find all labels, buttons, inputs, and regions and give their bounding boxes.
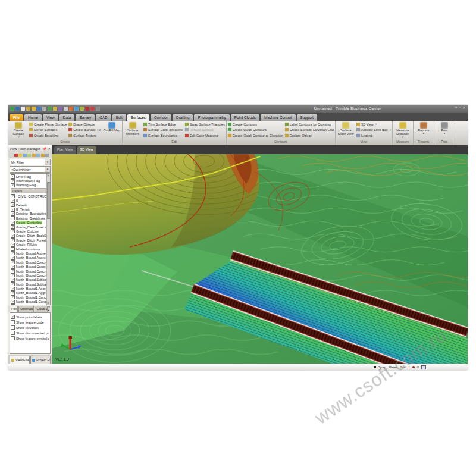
layer-row[interactable]: Grade_ClearZoneLine [11, 225, 46, 229]
qat-icon[interactable] [53, 107, 57, 111]
checkbox[interactable] [11, 282, 15, 286]
terrain-3d-view[interactable]: VE: 1.9 [52, 154, 468, 364]
layer-row[interactable]: labeled contours [11, 247, 46, 251]
view-tab[interactable]: Plan View [54, 146, 76, 154]
ribbon-item[interactable]: Drape Objects [68, 123, 101, 126]
checkbox[interactable] [11, 174, 15, 178]
qat-icon[interactable] [21, 107, 25, 111]
panel-bottom-tab[interactable]: View Filter Ma... [10, 356, 30, 364]
checkbox[interactable] [11, 320, 15, 324]
ribbon-item[interactable]: Surface Boundaries [143, 134, 183, 137]
surface-slicer-view-button[interactable]: Surface Slicer View [337, 121, 355, 139]
panel-toolbar-icon[interactable] [18, 154, 22, 157]
checkbox[interactable] [11, 278, 15, 282]
ribbon-item[interactable]: Edit Color Mapping [185, 134, 225, 137]
layer-row[interactable]: Existing_Boundaries [11, 212, 46, 216]
panel-toolbar-icon[interactable] [41, 154, 45, 157]
ribbon-item[interactable]: Create Planar Surface [29, 123, 67, 126]
layer-row[interactable]: North_Bound.Concrete_T [11, 273, 46, 277]
checkbox[interactable] [11, 273, 15, 277]
ribbon-item[interactable]: Rebuild Surface [185, 128, 225, 131]
checkbox[interactable] [11, 243, 15, 247]
3d-scene[interactable]: VE: 1.9 [52, 154, 468, 364]
checkbox[interactable] [11, 287, 15, 291]
checkbox[interactable] [11, 269, 15, 273]
qat-icon[interactable] [69, 107, 73, 111]
ribbon-item[interactable]: Create Quick Contours [228, 128, 283, 131]
layer-row[interactable]: North_Bound.Concrete_T [11, 269, 46, 273]
qat-icon[interactable] [80, 107, 84, 111]
qat-icon[interactable] [58, 107, 62, 111]
ribbon-item[interactable]: Create Quick Contour at Elevation [228, 134, 283, 137]
checkbox[interactable] [11, 203, 15, 207]
qat-icon[interactable] [90, 107, 95, 111]
checkbox[interactable] [11, 229, 15, 233]
layer-row[interactable]: North_Bound.Concrete_B [11, 260, 46, 264]
checkbox[interactable] [11, 208, 15, 212]
layer-row[interactable]: Grade_Ditch_Foreslope [11, 238, 46, 242]
pin-icon[interactable]: 📌 [43, 147, 47, 151]
tree-scrollbar[interactable]: ▲ ▼ [46, 174, 50, 305]
option-row[interactable]: Show feature code [11, 320, 49, 325]
checkbox[interactable] [11, 238, 15, 242]
ribbon-item[interactable]: 3D View [356, 123, 391, 126]
ribbon-tab[interactable]: Edit [112, 114, 126, 121]
checkbox[interactable] [11, 304, 15, 305]
layer-row[interactable]: Geom_Centerline [11, 221, 46, 225]
qat-icon[interactable] [37, 107, 41, 111]
data-type-tab[interactable]: GNSS Da [35, 306, 47, 312]
checkbox[interactable] [11, 183, 15, 187]
option-row[interactable]: Show elevation [11, 325, 49, 330]
ribbon-item[interactable]: Surface Edge Breakline [143, 128, 183, 131]
panel-toolbar-icon[interactable] [36, 154, 40, 157]
ribbon-item[interactable]: Create Surface Tie [68, 128, 101, 131]
checkbox[interactable] [11, 212, 15, 216]
ribbon-tab[interactable]: Machine Control [261, 114, 296, 121]
panel-toolbar-icon[interactable] [45, 154, 49, 157]
qat-icon[interactable] [15, 107, 20, 111]
reports-button[interactable]: Reports ▾ [415, 121, 433, 139]
flag-row[interactable]: Information Flag [11, 178, 46, 183]
ribbon-tab[interactable]: View [43, 114, 58, 121]
ribbon-tab[interactable]: Survey [76, 114, 95, 121]
ribbon-item[interactable]: Surface Texture [68, 134, 101, 137]
qat-icon[interactable] [10, 107, 14, 111]
ribbon-tab[interactable]: Point Clouds [231, 114, 259, 121]
view-tab[interactable]: 3D View [77, 146, 96, 154]
layer-row[interactable]: Grade_CutLine [11, 229, 46, 233]
checkbox[interactable] [11, 225, 15, 229]
close-panel-icon[interactable]: ✕ [48, 147, 51, 151]
qat-icon[interactable] [32, 107, 36, 111]
data-type-tab[interactable]: Observations [18, 306, 35, 312]
chevron-down-icon[interactable]: ▾ [45, 159, 50, 165]
ribbon-item[interactable]: Activate Limit Box [356, 128, 391, 131]
layer-row[interactable]: _CIVIL_CONSTRUCTION [11, 194, 46, 198]
checkbox[interactable] [11, 260, 15, 264]
ribbon-tab[interactable]: Data [60, 114, 75, 121]
checkbox[interactable] [11, 336, 15, 340]
ribbon-tab[interactable]: CAD [96, 114, 111, 121]
scrollbar-thumb[interactable] [47, 182, 51, 219]
checkbox[interactable] [11, 221, 15, 225]
checkbox[interactable] [11, 291, 15, 295]
layer-row[interactable]: 0 [11, 199, 46, 203]
scroll-up-icon[interactable]: ▲ [47, 174, 49, 177]
title-bar[interactable]: Unnamed - Trimble Business Center − ▫ ✕ [8, 105, 468, 113]
checkbox[interactable] [11, 234, 15, 238]
checkbox[interactable] [11, 265, 15, 269]
panel-toolbar-icon[interactable] [10, 154, 13, 157]
checkbox[interactable] [11, 295, 15, 299]
ribbon-tab[interactable]: Home [24, 114, 42, 121]
checkbox[interactable] [11, 216, 15, 220]
layer-row[interactable]: Grade_FillLine [11, 242, 46, 246]
ribbon-item[interactable]: Label Contours by Crossing [285, 123, 334, 126]
ribbon-item[interactable]: Legend [356, 134, 391, 137]
ribbon-item[interactable]: Create Contours [228, 123, 283, 126]
layer-row[interactable]: Grade_Ditch_BackSlope [11, 234, 46, 238]
checkbox[interactable] [11, 247, 15, 251]
panel-toolbar-icon[interactable] [14, 154, 18, 157]
layer-row[interactable]: North_Bound.Aggregate_ [11, 256, 46, 260]
panel-toolbar-icon[interactable] [23, 154, 27, 157]
checkbox[interactable] [11, 325, 15, 330]
option-row[interactable]: Show disconnected points [11, 330, 49, 336]
